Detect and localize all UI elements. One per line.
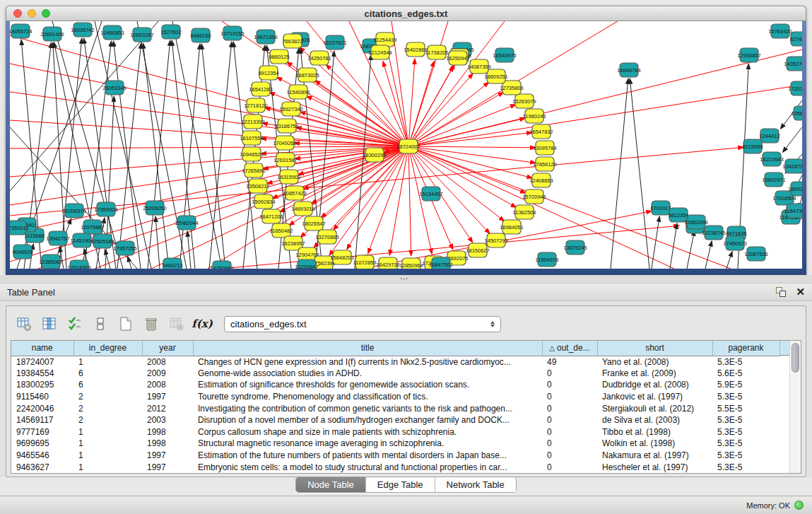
cell-title[interactable]: Disruption of a novel member of a sodium…: [193, 414, 542, 426]
graph-node[interactable]: 13270865: [315, 230, 339, 244]
cell-short[interactable]: Wolkin et al. (1998): [597, 438, 712, 450]
cell-pagerank[interactable]: 5.9E-5: [712, 379, 779, 391]
graph-node[interactable]: 11980245: [523, 109, 546, 123]
graph-node[interactable]: 15134457: [419, 187, 442, 201]
graph-node[interactable]: 26053346: [102, 81, 126, 95]
column-header-out_degree[interactable]: △out_de...: [542, 341, 597, 356]
graph-node[interactable]: 10719155: [220, 26, 244, 40]
graph-node[interactable]: 15402869: [404, 42, 427, 57]
cell-name[interactable]: 22420046: [11, 402, 73, 414]
cell-out_degree[interactable]: 0: [542, 379, 597, 391]
tab-network-table[interactable]: Network Table: [435, 477, 516, 492]
graph-node[interactable]: 9480213: [162, 258, 182, 269]
cell-name[interactable]: 18300295: [11, 379, 73, 391]
graph-node[interactable]: 13508217: [246, 179, 269, 193]
cell-name[interactable]: 9463627: [11, 461, 73, 473]
graph-node[interactable]: 11362508: [513, 205, 536, 219]
graph-node[interactable]: 8912354: [258, 66, 278, 80]
cell-short[interactable]: Jankovic et al. (1997): [597, 391, 712, 403]
cell-in_degree[interactable]: 1: [73, 426, 142, 438]
network-table-selector[interactable]: citations_edges.txt: [224, 316, 501, 332]
graph-node[interactable]: 14352708: [784, 57, 802, 71]
cell-pagerank[interactable]: 5.3E-5: [712, 391, 779, 403]
split-handle-icon[interactable]: [400, 277, 408, 281]
cell-year[interactable]: 2008: [142, 379, 193, 391]
cell-out_degree[interactable]: 0: [542, 450, 597, 462]
graph-node[interactable]: 9046528: [12, 245, 33, 259]
cell-short[interactable]: Hescheler et al. (1997): [597, 461, 712, 473]
graph-node[interactable]: 17049268: [273, 136, 296, 150]
graph-node[interactable]: 15927340: [279, 102, 302, 116]
graph-node[interactable]: 12505185: [90, 234, 114, 248]
graph-node[interactable]: 16847502: [429, 257, 452, 269]
cell-short[interactable]: Tibbo et al. (1998): [597, 426, 712, 438]
graph-node[interactable]: 15092834: [252, 194, 275, 209]
graph-node[interactable]: 8215958: [742, 139, 763, 153]
table-row[interactable]: 1830029562008Estimation of significance …: [11, 379, 779, 391]
cell-short[interactable]: Yano et al. (2008): [597, 356, 712, 368]
cell-out_degree[interactable]: 0: [542, 426, 597, 438]
graph-node[interactable]: 17957255: [113, 241, 136, 255]
cell-title[interactable]: Structural magnetic resonance image aver…: [193, 438, 542, 450]
column-visibility-icon[interactable]: [42, 316, 57, 332]
cell-name[interactable]: 9465546: [11, 450, 73, 462]
graph-node[interactable]: 16541283: [249, 82, 272, 96]
cell-year[interactable]: 2003: [142, 414, 193, 426]
cell-name[interactable]: 19384554: [11, 368, 73, 380]
cell-in_degree[interactable]: 1: [73, 438, 142, 450]
cell-year[interactable]: 1997: [142, 391, 193, 403]
cell-in_degree[interactable]: 1: [73, 461, 142, 473]
column-header-year[interactable]: year: [142, 341, 193, 356]
table-type-tabs[interactable]: Node TableEdge TableNetwork Table: [295, 477, 517, 493]
row-selection-icon[interactable]: [67, 316, 83, 332]
table-vertical-scrollbar[interactable]: [789, 341, 801, 473]
graph-node[interactable]: 12124549: [368, 45, 392, 59]
node-table-grid[interactable]: namein_degreeyeartitle△out_de...shortpag…: [11, 341, 780, 473]
cell-out_degree[interactable]: 0: [542, 402, 597, 414]
graph-node[interactable]: 11540896: [287, 85, 310, 99]
cell-title[interactable]: Estimation of significance thresholds fo…: [193, 379, 542, 391]
graph-node[interactable]: 9274561: [789, 32, 802, 46]
graph-node[interactable]: 16648784: [617, 63, 640, 77]
table-row[interactable]: 2242004622012Investigating the contribut…: [11, 402, 779, 414]
graph-node[interactable]: 15720946: [522, 189, 546, 204]
graph-node[interactable]: 10948523: [240, 147, 263, 161]
graph-node[interactable]: 13428790: [782, 159, 802, 173]
graph-node[interactable]: 6791917: [650, 201, 671, 215]
graph-node[interactable]: 13679245: [563, 240, 587, 255]
cell-pagerank[interactable]: 5.3E-5: [712, 356, 779, 368]
cell-pagerank[interactable]: 5.3E-5: [712, 450, 779, 462]
cell-year[interactable]: 1998: [142, 438, 193, 450]
cell-pagerank[interactable]: 5.3E-5: [712, 461, 779, 473]
graph-node[interactable]: 13942757: [46, 231, 69, 245]
memory-status-indicator-icon[interactable]: [794, 501, 804, 510]
graph-node[interactable]: 11504978: [536, 252, 559, 267]
graph-node[interactable]: 12385067: [39, 255, 62, 269]
scrollbar-thumb[interactable]: [792, 343, 799, 373]
column-header-in_degree[interactable]: in_degree: [73, 341, 142, 356]
graph-node[interactable]: 16984051: [500, 220, 523, 234]
cell-out_degree[interactable]: 0: [542, 414, 597, 426]
graph-node[interactable]: 11254439: [374, 33, 397, 47]
cell-in_degree[interactable]: 2: [73, 414, 142, 426]
table-row[interactable]: 969969511998Structural magnetic resonanc…: [11, 438, 779, 450]
graph-node[interactable]: 10857423: [283, 186, 306, 200]
cell-in_degree[interactable]: 2: [73, 391, 142, 403]
column-header-pagerank[interactable]: pagerank: [712, 341, 779, 356]
cell-year[interactable]: 2012: [142, 402, 193, 414]
cell-short[interactable]: Nakamura et al. (1997): [597, 450, 712, 462]
cell-short[interactable]: Stergiakouli et al. (2012): [597, 402, 712, 414]
table-row[interactable]: 911546021997Tourette syndrome. Phenomeno…: [11, 391, 779, 403]
cell-title[interactable]: Estimation of the future numbers of pati…: [193, 450, 542, 462]
graph-node[interactable]: 10293847: [295, 259, 318, 269]
graph-node[interactable]: 18300295: [363, 148, 386, 162]
cell-out_degree[interactable]: 0: [542, 368, 597, 380]
window-titlebar[interactable]: citations_edges.txt: [6, 6, 806, 21]
graph-node[interactable]: 11451904: [71, 233, 94, 247]
cell-year[interactable]: 2008: [142, 356, 193, 368]
graph-node[interactable]: 16429738: [376, 257, 399, 269]
graph-node[interactable]: 20691406: [40, 27, 64, 41]
cell-name[interactable]: 9699695: [11, 438, 73, 450]
cell-in_degree[interactable]: 6: [73, 368, 142, 380]
graph-node[interactable]: 13186754: [275, 119, 298, 133]
